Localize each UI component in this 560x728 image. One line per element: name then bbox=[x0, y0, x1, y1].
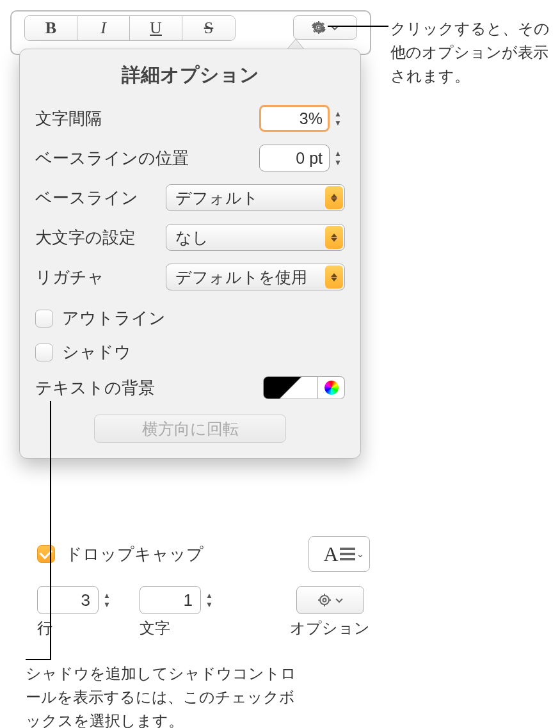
select-arrows-icon bbox=[325, 186, 343, 209]
baseline-row: ベースライン デフォルト bbox=[35, 184, 345, 211]
toolbar: B I U S bbox=[12, 12, 370, 41]
select-arrows-icon bbox=[325, 226, 343, 249]
svg-point-12 bbox=[323, 599, 326, 602]
up-arrow-icon: ▲ bbox=[202, 592, 216, 599]
svg-rect-6 bbox=[323, 27, 325, 28]
svg-rect-5 bbox=[312, 27, 315, 28]
svg-rect-14 bbox=[324, 604, 325, 606]
dropcap-options-label: オプション bbox=[290, 618, 370, 638]
text-bg-row: テキストの背景 bbox=[35, 376, 345, 399]
strikethrough-button[interactable]: S bbox=[182, 16, 235, 40]
outline-checkbox[interactable] bbox=[35, 310, 53, 328]
capitalization-value: なし bbox=[175, 227, 209, 248]
shadow-row: シャドウ bbox=[35, 341, 345, 363]
char-spacing-row: 文字間隔 3% ▲ ▼ bbox=[35, 105, 345, 132]
up-arrow-icon: ▲ bbox=[331, 110, 345, 118]
underline-button[interactable]: U bbox=[130, 16, 182, 40]
gear-icon bbox=[311, 20, 326, 35]
baseline-label: ベースライン bbox=[35, 187, 138, 209]
text-bg-color-control bbox=[263, 376, 345, 399]
svg-rect-16 bbox=[328, 599, 331, 601]
baseline-select[interactable]: デフォルト bbox=[166, 184, 345, 211]
advanced-options-button[interactable] bbox=[293, 15, 357, 40]
svg-rect-4 bbox=[318, 31, 319, 34]
dropcap-preview-lines-icon bbox=[340, 548, 355, 560]
chevron-down-icon: ⌄ bbox=[356, 549, 364, 559]
char-spacing-field[interactable]: 3% bbox=[259, 105, 330, 132]
down-arrow-icon: ▼ bbox=[331, 119, 345, 127]
popover-title: 詳細オプション bbox=[35, 62, 345, 88]
capitalization-label: 大文字の設定 bbox=[35, 226, 136, 249]
dropcap-params: 3 ▲ ▼ 行 1 ▲ ▼ 文字 bbox=[37, 586, 370, 638]
callout-line bbox=[50, 401, 51, 660]
svg-rect-15 bbox=[318, 599, 321, 601]
char-spacing-stepper[interactable]: ▲ ▼ bbox=[331, 105, 345, 132]
svg-rect-13 bbox=[324, 594, 325, 596]
baseline-shift-field[interactable]: 0 pt bbox=[259, 145, 330, 171]
callout-line bbox=[26, 659, 51, 660]
dropcap-chars-stepper[interactable]: ▲ ▼ bbox=[202, 587, 216, 613]
capitalization-select[interactable]: なし bbox=[166, 224, 345, 251]
down-arrow-icon: ▼ bbox=[331, 159, 345, 166]
down-arrow-icon: ▼ bbox=[202, 601, 216, 608]
ligatures-value: デフォルトを使用 bbox=[175, 267, 307, 288]
dropcap-style-select[interactable]: A ⌄ bbox=[308, 536, 370, 572]
text-bg-swatch[interactable] bbox=[263, 376, 318, 399]
baseline-value: デフォルト bbox=[175, 187, 259, 209]
advanced-options-popover: 詳細オプション 文字間隔 3% ▲ ▼ ベースラインの位置 0 pt ▲ ▼ ベ… bbox=[19, 49, 361, 459]
dropcap-section: ドロップキャップ A ⌄ 3 ▲ ▼ 行 1 bbox=[37, 536, 370, 638]
shadow-checkbox[interactable] bbox=[35, 344, 53, 361]
shadow-callout-text: シャドウを追加してシャドウコントロールを表示するには、このチェックボックスを選択… bbox=[26, 661, 301, 728]
shadow-label: シャドウ bbox=[62, 341, 131, 363]
dropcap-options-button[interactable] bbox=[296, 586, 364, 614]
dropcap-label: ドロップキャップ bbox=[65, 543, 204, 566]
baseline-shift-row: ベースラインの位置 0 pt ▲ ▼ bbox=[35, 145, 345, 171]
italic-button[interactable]: I bbox=[77, 16, 130, 40]
callout-line bbox=[328, 26, 388, 27]
char-spacing-label: 文字間隔 bbox=[35, 107, 102, 130]
ligatures-label: リガチャ bbox=[35, 266, 104, 289]
rotate-horizontal-button[interactable]: 横方向に回転 bbox=[94, 415, 286, 443]
bold-button[interactable]: B bbox=[25, 16, 77, 40]
outline-label: アウトライン bbox=[62, 307, 166, 329]
chevron-down-icon bbox=[335, 596, 344, 605]
dropcap-checkbox[interactable] bbox=[37, 545, 55, 563]
gear-callout-text: クリックすると、その他のオプションが表示されます。 bbox=[390, 17, 554, 88]
dropcap-chars-field[interactable]: 1 bbox=[140, 586, 201, 614]
dropcap-lines-field[interactable]: 3 bbox=[37, 586, 99, 614]
up-arrow-icon: ▲ bbox=[331, 150, 345, 157]
ligatures-row: リガチャ デフォルトを使用 bbox=[35, 264, 345, 290]
dropcap-lines-stepper[interactable]: ▲ ▼ bbox=[100, 587, 114, 613]
dropcap-lines-label: 行 bbox=[37, 618, 114, 638]
format-style-group: B I U S bbox=[24, 15, 236, 41]
color-wheel-icon bbox=[324, 381, 339, 395]
dropcap-preview-glyph: A bbox=[323, 542, 338, 566]
down-arrow-icon: ▼ bbox=[100, 601, 114, 608]
svg-rect-3 bbox=[318, 21, 319, 24]
ligatures-select[interactable]: デフォルトを使用 bbox=[166, 264, 345, 290]
chevron-down-icon bbox=[330, 23, 339, 32]
dropcap-row: ドロップキャップ A ⌄ bbox=[37, 536, 370, 572]
baseline-shift-stepper[interactable]: ▲ ▼ bbox=[331, 145, 345, 171]
text-bg-label: テキストの背景 bbox=[35, 377, 155, 399]
select-arrows-icon bbox=[325, 265, 343, 289]
baseline-shift-label: ベースラインの位置 bbox=[35, 147, 189, 170]
outline-row: アウトライン bbox=[35, 307, 345, 329]
gear-icon bbox=[317, 592, 332, 608]
dropcap-chars-label: 文字 bbox=[140, 618, 216, 638]
capitalization-row: 大文字の設定 なし bbox=[35, 224, 345, 251]
up-arrow-icon: ▲ bbox=[100, 592, 114, 599]
text-bg-color-picker-button[interactable] bbox=[318, 376, 345, 399]
svg-point-2 bbox=[317, 26, 321, 29]
